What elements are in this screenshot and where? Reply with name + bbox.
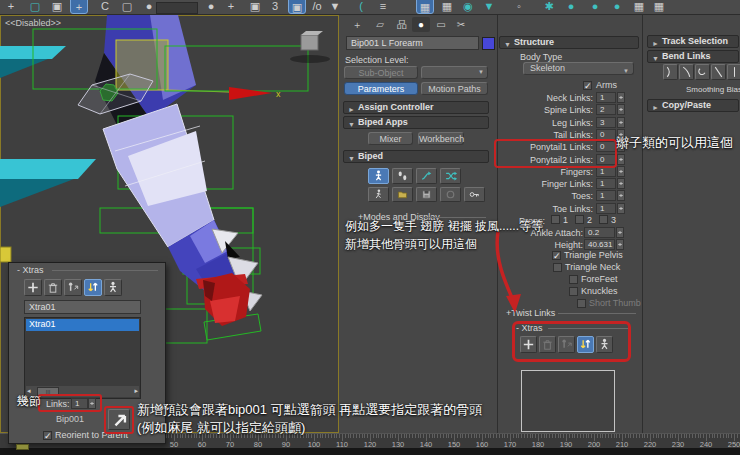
- mixer-button[interactable]: Mixer: [368, 132, 413, 145]
- arms-checkbox[interactable]: ✓: [583, 81, 592, 90]
- graph-editor-icon[interactable]: ▦: [416, 0, 434, 14]
- time-slider-marker[interactable]: [16, 444, 29, 450]
- xtras-list-box[interactable]: [521, 370, 615, 432]
- biped-convert-icon[interactable]: [440, 187, 461, 202]
- props-checkbox-1[interactable]: [551, 215, 560, 224]
- toolbar-dropdown-icon[interactable]: ▼: [326, 0, 344, 14]
- biped-move-all-icon[interactable]: [368, 187, 389, 202]
- snaps-toggle-icon[interactable]: ▣: [246, 0, 264, 14]
- spinner-value[interactable]: 1: [596, 203, 616, 214]
- spinner-value[interactable]: 1: [596, 190, 616, 201]
- xtra-name-field[interactable]: Xtra01: [24, 300, 141, 314]
- window-crossing-icon[interactable]: ▣: [48, 0, 66, 14]
- ankle-spinner[interactable]: [616, 227, 624, 238]
- cloud-icon-3[interactable]: ●: [608, 0, 626, 14]
- biped-key-icon[interactable]: [464, 187, 485, 202]
- rectangular-selection-icon[interactable]: ▢: [26, 0, 44, 14]
- biped-motion-flow-icon[interactable]: [416, 168, 437, 184]
- spinner-arrows[interactable]: [617, 178, 625, 189]
- workbench-button[interactable]: Workbench: [418, 132, 464, 145]
- triangle-neck-checkbox[interactable]: [553, 263, 562, 272]
- copy-paste-rollout[interactable]: ►Copy/Paste: [647, 99, 739, 112]
- align-icon[interactable]: /o: [308, 0, 326, 14]
- render-setup-icon[interactable]: ▼: [480, 0, 498, 14]
- motion-paths-button[interactable]: Motion Paths: [421, 82, 488, 95]
- bend-link-icon-2[interactable]: [679, 64, 694, 80]
- biped-load-file-icon[interactable]: [392, 187, 413, 202]
- tab-display-icon[interactable]: ▭: [432, 17, 450, 32]
- dialog-pick-icon[interactable]: [64, 279, 82, 296]
- tab-hierarchy-icon[interactable]: 品: [393, 17, 411, 32]
- twist-links-rollout[interactable]: +Twist Links: [506, 308, 555, 318]
- sub-object-dropdown[interactable]: ▼: [421, 66, 488, 79]
- props-checkbox-2[interactable]: [575, 215, 584, 224]
- spinner-value[interactable]: 3: [596, 117, 616, 128]
- spinner-value[interactable]: 1: [596, 92, 616, 103]
- snaps-3-icon[interactable]: 3: [266, 0, 284, 14]
- pivot-center-icon[interactable]: ●: [202, 0, 220, 14]
- xtras-dialog-title[interactable]: - Xtras: [17, 265, 44, 275]
- cloud-icon-2[interactable]: ●: [586, 0, 604, 14]
- material-editor-icon[interactable]: ◉: [459, 0, 477, 14]
- bend-link-icon-3[interactable]: [695, 64, 710, 80]
- ankle-attach-value[interactable]: 0.2: [584, 227, 615, 238]
- dialog-swap-icon[interactable]: [84, 279, 102, 296]
- spinner-arrows[interactable]: [617, 166, 625, 177]
- short-thumb-checkbox[interactable]: [577, 299, 586, 308]
- bend-link-icon-1[interactable]: [663, 64, 678, 80]
- spinner-arrows[interactable]: [617, 203, 625, 214]
- biped-apps-rollout[interactable]: ▼Biped Apps: [343, 116, 489, 129]
- help-icon[interactable]: ▦: [650, 0, 668, 14]
- forefeet-checkbox[interactable]: [569, 275, 578, 284]
- spinner-arrows[interactable]: [617, 104, 625, 115]
- biped-mixer-mode-icon[interactable]: [440, 168, 461, 184]
- bend-link-icon-5[interactable]: [727, 64, 740, 80]
- xtras-list[interactable]: Xtra01 ◂ ||| ▸: [24, 317, 141, 399]
- structure-rollout[interactable]: ▼Structure: [499, 36, 639, 49]
- assign-controller-rollout[interactable]: ►Assign Controller: [343, 101, 489, 114]
- scene-explorer-icon[interactable]: (: [352, 0, 370, 14]
- bend-link-icon-4[interactable]: [711, 64, 726, 80]
- selection-arrow[interactable]: +: [2, 0, 20, 14]
- props-checkbox-3[interactable]: [599, 215, 608, 224]
- schematic-view-icon[interactable]: ▦: [438, 0, 456, 14]
- dialog-add-icon[interactable]: [24, 279, 42, 296]
- spinner-arrows[interactable]: [617, 117, 625, 128]
- xtras-list-item-selected[interactable]: Xtra01: [26, 319, 139, 331]
- sub-object-button[interactable]: Sub-Object: [344, 66, 418, 79]
- cloud-icon-1[interactable]: ●: [562, 0, 580, 14]
- biped-footstep-mode-icon[interactable]: [392, 168, 413, 184]
- biped-save-file-icon[interactable]: [416, 187, 437, 202]
- dialog-biped-icon[interactable]: [104, 279, 122, 296]
- select-and-scale-icon[interactable]: ▢: [118, 0, 136, 14]
- tab-create-icon[interactable]: ＋: [348, 17, 366, 32]
- select-and-move-icon[interactable]: +: [70, 0, 88, 14]
- spinner-arrows[interactable]: [617, 154, 625, 165]
- bend-links-rollout[interactable]: ▼Bend Links: [647, 50, 739, 63]
- named-selection-field[interactable]: [156, 2, 198, 14]
- object-color-swatch[interactable]: [482, 37, 495, 50]
- reorient-checkbox[interactable]: ✓: [43, 431, 52, 440]
- parameters-button[interactable]: Parameters: [344, 82, 418, 95]
- tab-utilities-icon[interactable]: ✂: [452, 17, 470, 32]
- biped-rollout[interactable]: ▼Biped: [343, 150, 489, 163]
- biped-figure-mode-icon[interactable]: [368, 168, 389, 184]
- height-value[interactable]: 40.631: [584, 239, 615, 250]
- spinner-arrows[interactable]: [617, 92, 625, 103]
- spinner-value[interactable]: 1: [596, 178, 616, 189]
- reference-coordinate-icon[interactable]: ●: [140, 0, 158, 14]
- render-frame-icon[interactable]: ◦: [510, 0, 528, 14]
- triangle-pelvis-checkbox[interactable]: ✓: [552, 251, 561, 260]
- knuckles-checkbox[interactable]: [569, 287, 578, 296]
- scroll-right-icon[interactable]: ▸: [134, 387, 138, 395]
- track-selection-rollout[interactable]: ►Track Selection: [647, 35, 739, 48]
- select-manipulate-icon[interactable]: +: [222, 0, 240, 14]
- dialog-delete-icon[interactable]: [44, 279, 62, 296]
- spinner-value[interactable]: 2: [596, 104, 616, 115]
- mirror-icon[interactable]: ▣: [288, 0, 306, 14]
- layers-icon[interactable]: ≡: [374, 0, 392, 14]
- spinner-arrows[interactable]: [617, 190, 625, 201]
- gear-icon[interactable]: ✱: [540, 0, 558, 14]
- tab-motion-icon[interactable]: ●: [412, 17, 430, 32]
- tab-modify-icon[interactable]: ▱: [371, 17, 389, 32]
